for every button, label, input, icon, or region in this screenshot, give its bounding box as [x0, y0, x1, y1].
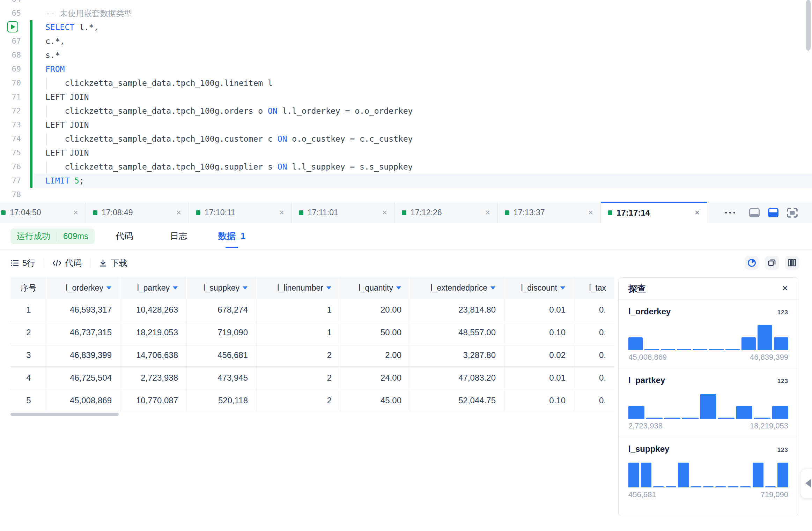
query-result-tab[interactable]: 17:13:37✕ — [498, 202, 601, 223]
copy-result-button[interactable] — [765, 256, 779, 270]
code-text: LIMIT 5; — [45, 174, 84, 188]
more-tabs-icon[interactable] — [725, 212, 735, 214]
code-line[interactable]: 72 clickzetta_sample_data.tpch_100g.orde… — [0, 104, 812, 118]
close-tab-icon[interactable]: ✕ — [279, 209, 285, 217]
row-count-label: 5行 — [22, 257, 35, 269]
column-header[interactable]: l_extendedprice — [410, 277, 504, 299]
field-histogram[interactable] — [628, 325, 788, 350]
code-line[interactable]: 77LIMIT 5; — [0, 174, 812, 188]
layout-editor-icon[interactable] — [749, 208, 760, 217]
table-cell: 2 — [257, 389, 340, 412]
table-row[interactable]: 246,737,31518,219,053719,090150.0048,557… — [10, 321, 614, 344]
code-line[interactable]: 76 clickzetta_sample_data.tpch_100g.supp… — [0, 160, 812, 174]
field-histogram[interactable] — [628, 394, 788, 419]
panel-collapse-handle[interactable] — [800, 469, 812, 499]
sort-dropdown-icon[interactable] — [396, 286, 401, 290]
success-dot-icon — [299, 210, 303, 215]
close-tab-icon[interactable]: ✕ — [176, 209, 182, 217]
layout-split-icon[interactable] — [768, 208, 778, 217]
close-tab-icon[interactable]: ✕ — [588, 209, 593, 217]
table-cell: 24.00 — [340, 367, 410, 389]
row-count-button[interactable]: 5行 — [10, 257, 35, 269]
change-indicator — [30, 62, 32, 76]
histogram-bar — [758, 325, 772, 350]
line-number: 73 — [0, 118, 21, 132]
column-header[interactable]: l_quantity — [340, 277, 410, 299]
code-line[interactable]: 65-- 未使用嵌套数据类型 — [0, 6, 812, 20]
code-line[interactable]: 69FROM — [0, 62, 812, 76]
explore-close-icon[interactable]: ✕ — [782, 284, 788, 293]
code-line[interactable]: 70 clickzetta_sample_data.tpch_100g.line… — [0, 76, 812, 90]
column-header[interactable]: l_partkey — [120, 277, 187, 299]
histogram-bar — [693, 349, 707, 350]
code-line[interactable]: 68s.* — [0, 48, 812, 62]
column-header[interactable]: l_orderkey — [47, 277, 120, 299]
query-result-tab[interactable]: 17:10:11✕ — [189, 202, 292, 223]
code-view-button[interactable]: 代码 — [52, 257, 82, 269]
sort-dropdown-icon[interactable] — [490, 286, 495, 290]
histogram-bar — [703, 486, 714, 487]
query-result-tab[interactable]: 17:17:14✕ — [601, 202, 707, 223]
code-line[interactable]: 78 — [0, 188, 812, 202]
code-text: LEFT JOIN — [45, 118, 89, 132]
table-cell: 45.00 — [340, 389, 410, 412]
column-header[interactable]: l_tax — [574, 277, 614, 299]
code-line[interactable]: 73LEFT JOIN — [0, 118, 812, 132]
result-tab-log[interactable]: 日志 — [170, 223, 187, 249]
sql-editor[interactable]: 6465-- 未使用嵌套数据类型SELECT l.*,67c.*,68s.*69… — [0, 0, 812, 202]
table-row[interactable]: 446,725,5042,723,938473,945224.0047,083.… — [10, 367, 614, 389]
sort-dropdown-icon[interactable] — [106, 286, 111, 290]
table-row[interactable]: 545,008,86910,770,087520,118245.0052,044… — [10, 389, 614, 412]
code-line[interactable]: 75LEFT JOIN — [0, 146, 812, 160]
explore-toggle-button[interactable] — [745, 256, 759, 270]
explore-field-section: l_orderkey12345,008,86946,839,399 — [619, 300, 798, 368]
code-line[interactable]: SELECT l.*, — [0, 20, 812, 34]
column-header[interactable]: 序号 — [10, 277, 47, 299]
table-cell: 2.00 — [340, 344, 410, 366]
result-tab-data[interactable]: 数据_1 — [218, 223, 245, 249]
code-text: clickzetta_sample_data.tpch_100g.orders … — [45, 104, 413, 118]
query-result-tab[interactable]: 17:11:01✕ — [292, 202, 395, 223]
column-header[interactable]: l_discount — [504, 277, 574, 299]
sort-dropdown-icon[interactable] — [326, 286, 331, 290]
close-tab-icon[interactable]: ✕ — [485, 209, 490, 217]
run-query-button[interactable] — [7, 21, 18, 32]
close-tab-icon[interactable]: ✕ — [694, 209, 700, 217]
column-header[interactable]: l_linenumber — [257, 277, 340, 299]
query-result-tab[interactable]: 17:12:26✕ — [395, 202, 498, 223]
field-histogram[interactable] — [628, 462, 788, 487]
line-number: 76 — [0, 160, 21, 174]
table-row[interactable]: 146,593,31710,428,263678,274120.0023,814… — [10, 299, 614, 321]
table-row[interactable]: 346,839,39914,706,638456,68122.003,287.8… — [10, 344, 614, 367]
code-view-label: 代码 — [65, 257, 82, 269]
close-tab-icon[interactable]: ✕ — [382, 209, 387, 217]
code-line[interactable]: 71LEFT JOIN — [0, 90, 812, 104]
table-cell: 0. — [574, 344, 614, 366]
table-cell: 1 — [257, 321, 340, 344]
change-indicator — [30, 174, 32, 188]
column-header[interactable]: l_suppkey — [187, 277, 257, 299]
query-result-tab[interactable]: 17:08:49✕ — [86, 202, 189, 223]
table-horizontal-scrollbar[interactable] — [10, 413, 119, 416]
line-number: 78 — [0, 188, 21, 202]
table-cell: 46,593,317 — [47, 299, 120, 321]
table-cell: 20.00 — [340, 299, 410, 321]
histogram-range-labels: 45,008,86946,839,399 — [628, 353, 788, 362]
sort-dropdown-icon[interactable] — [173, 286, 178, 290]
editor-vertical-scrollbar[interactable] — [806, 0, 811, 51]
table-cell: 48,557.00 — [410, 321, 504, 344]
sort-dropdown-icon[interactable] — [560, 286, 565, 290]
result-tab-code[interactable]: 代码 — [116, 223, 133, 249]
close-tab-icon[interactable]: ✕ — [73, 209, 79, 217]
histogram-bar — [741, 337, 756, 350]
code-line[interactable]: 74 clickzetta_sample_data.tpch_100g.cust… — [0, 132, 812, 146]
columns-button[interactable] — [785, 256, 799, 270]
code-line[interactable]: 67c.*, — [0, 34, 812, 48]
download-button[interactable]: 下载 — [99, 257, 127, 269]
code-line[interactable]: 64 — [0, 0, 812, 6]
sort-dropdown-icon[interactable] — [243, 286, 248, 290]
tabbar-actions — [725, 202, 798, 223]
fullscreen-icon[interactable] — [787, 208, 798, 218]
query-result-tab[interactable]: 17:04:50✕ — [0, 202, 86, 223]
change-indicator — [30, 118, 32, 132]
